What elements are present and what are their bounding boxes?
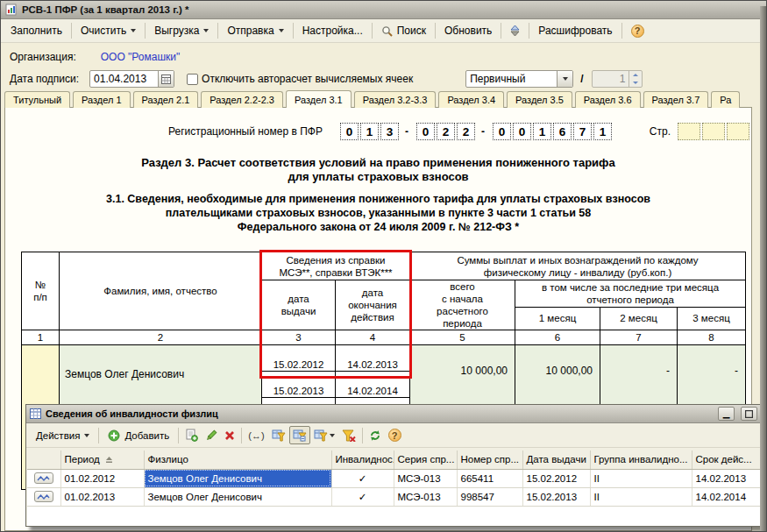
actions-button[interactable]: Действия <box>30 428 96 443</box>
refresh-button[interactable]: Обновить <box>438 22 498 39</box>
grid-row[interactable]: 01.02.2012 Земцов Олег Денисович ✓ МСЭ-0… <box>27 469 760 487</box>
grid-header-disability[interactable]: Инвалиднос... <box>331 450 394 469</box>
page-cell[interactable] <box>727 123 749 140</box>
unload-button[interactable]: Выгрузка <box>148 22 215 39</box>
column-width-button[interactable]: (↔) <box>245 428 267 443</box>
group-cell[interactable]: II <box>590 469 692 487</box>
reg-digit-cell[interactable]: 0 <box>340 123 359 140</box>
number-cell[interactable]: 665411 <box>457 469 522 487</box>
slash-separator: / <box>580 73 583 85</box>
reg-digit-cell[interactable]: 2 <box>457 123 475 140</box>
maximize-button[interactable] <box>741 407 757 421</box>
grid-row[interactable]: 01.02.2013 Земцов Олег Денисович ✓ МСЭ-0… <box>27 487 760 506</box>
record-icon-cell[interactable] <box>27 487 60 506</box>
organization-link[interactable]: ООО "Ромашки" <box>101 51 181 63</box>
period-cell[interactable]: 01.02.2012 <box>60 469 144 487</box>
calendar-button[interactable] <box>158 71 174 87</box>
issued-cell[interactable]: 15.02.2012 <box>522 469 590 487</box>
reg-digit-cell[interactable]: 0 <box>513 123 531 140</box>
autocalc-checkbox[interactable] <box>187 74 198 85</box>
valid-cell[interactable]: 14.02.2013 <box>692 469 760 487</box>
valid-cell[interactable]: 14.02.2014 <box>692 487 760 506</box>
copy-button[interactable] <box>181 426 202 444</box>
reg-digit-cell[interactable]: 2 <box>437 123 455 140</box>
grid-header-issued[interactable]: Дата выдачи <box>522 450 590 469</box>
correction-kind-select[interactable]: Первичный <box>465 70 573 88</box>
dropdown-button[interactable] <box>557 71 572 87</box>
toolbar-separator <box>529 23 529 39</box>
tab-razdel-2-1[interactable]: Раздел 2.1 <box>133 91 199 108</box>
tab-razdel-3-1[interactable]: Раздел 3.1 <box>286 90 352 108</box>
filter-by-value-button[interactable] <box>289 426 310 444</box>
tab-razdel-2-2-2-3[interactable]: Раздел 2.2-2.3 <box>201 91 283 108</box>
grid-header-series[interactable]: Серия спр... <box>394 450 457 469</box>
person-cell[interactable]: Земцов Олег Денисович <box>144 469 331 487</box>
tab-razdel-1[interactable]: Раздел 1 <box>73 91 131 108</box>
subwindow-help-button[interactable]: ? <box>385 426 405 444</box>
chevron-down-icon <box>131 29 136 32</box>
grid-header-number[interactable]: Номер спр... <box>457 450 522 469</box>
grid-header-person[interactable]: Физлицо <box>144 450 331 469</box>
tab-razdel-3-6[interactable]: Раздел 3.6 <box>575 91 641 108</box>
add-button[interactable]: Добавить <box>102 427 175 444</box>
grid-header-icon-col <box>27 450 60 469</box>
reg-digit-cell[interactable]: 7 <box>573 123 592 140</box>
tab-razdel-3-4[interactable]: Раздел 3.4 <box>438 91 504 108</box>
series-cell[interactable]: МСЭ-013 <box>394 469 457 487</box>
correction-number-stepper[interactable]: 1 <box>592 70 643 88</box>
decode-button[interactable]: Расшифровать <box>532 22 618 39</box>
disability-check-cell[interactable]: ✓ <box>331 487 394 506</box>
page-cell[interactable] <box>702 123 725 140</box>
tab-clipped[interactable]: Ра <box>711 91 740 108</box>
number-cell[interactable]: 998547 <box>457 487 522 506</box>
record-icon-cell[interactable] <box>27 469 60 487</box>
record-wave-icon <box>34 472 53 484</box>
delete-button[interactable] <box>221 428 238 443</box>
reg-digit-cell[interactable]: 0 <box>493 123 511 140</box>
tab-razdel-3-5[interactable]: Раздел 3.5 <box>507 91 572 108</box>
stepper-arrows[interactable] <box>629 71 642 87</box>
expand-collapse-button[interactable] <box>504 22 526 39</box>
col-header-last3: в том числе за последние три месяца отче… <box>515 280 746 308</box>
help-button[interactable]: ? <box>625 22 650 40</box>
reg-digit-cell[interactable]: 1 <box>593 123 612 140</box>
settings-button[interactable]: Настройка... <box>296 22 369 39</box>
issue-date[interactable]: 15.02.2013 <box>262 384 335 398</box>
tab-titulnyi[interactable]: Титульный <box>4 91 70 108</box>
chevron-down-icon <box>330 434 335 437</box>
reg-digit-cell[interactable]: 0 <box>416 123 435 140</box>
reg-digit-cell[interactable]: 3 <box>380 123 399 140</box>
expiry-date[interactable]: 14.02.2013 <box>336 358 409 372</box>
issued-cell[interactable]: 15.02.2013 <box>522 487 590 506</box>
disability-check-cell[interactable]: ✓ <box>331 469 394 487</box>
sign-date-input[interactable]: 01.04.2013 <box>89 70 174 88</box>
expiry-date[interactable]: 14.02.2014 <box>336 384 409 398</box>
organization-row: Организация: ООО "Ромашки" <box>10 51 180 63</box>
filter-history-button[interactable] <box>310 426 338 444</box>
reg-digit-cell[interactable]: 6 <box>553 123 572 140</box>
reg-digit-cell[interactable]: 1 <box>533 123 551 140</box>
series-cell[interactable]: МСЭ-013 <box>394 487 457 506</box>
person-cell[interactable]: Земцов Олег Денисович <box>144 487 331 506</box>
period-cell[interactable]: 01.02.2013 <box>60 487 144 506</box>
grid-header-period[interactable]: Период <box>60 450 144 469</box>
chevron-down-icon <box>279 29 284 32</box>
group-cell[interactable]: II <box>590 487 692 506</box>
tab-razdel-3-2-3-3[interactable]: Раздел 3.2-3.3 <box>354 91 437 108</box>
grid-header-valid[interactable]: Срок дейс... <box>692 450 760 469</box>
page-cell[interactable] <box>678 123 700 140</box>
fill-button[interactable]: Заполнить <box>4 22 68 39</box>
send-button[interactable]: Отправка <box>221 22 289 39</box>
set-filter-button[interactable] <box>268 426 289 444</box>
search-button[interactable]: Поиск <box>375 22 432 39</box>
reg-digit-cell[interactable]: 1 <box>360 123 379 140</box>
clear-button[interactable]: Очистить <box>75 22 142 39</box>
grid-header-group[interactable]: Группа инвалидно... <box>590 450 692 469</box>
toolbar-separator <box>621 23 622 39</box>
refresh-list-button[interactable] <box>366 427 385 444</box>
clear-filter-button[interactable] <box>338 426 359 444</box>
issue-date[interactable]: 15.02.2012 <box>262 358 335 372</box>
edit-button[interactable] <box>202 427 221 444</box>
minimize-button[interactable]: ▁ <box>718 407 735 421</box>
tab-razdel-3-7[interactable]: Раздел 3.7 <box>643 91 709 108</box>
